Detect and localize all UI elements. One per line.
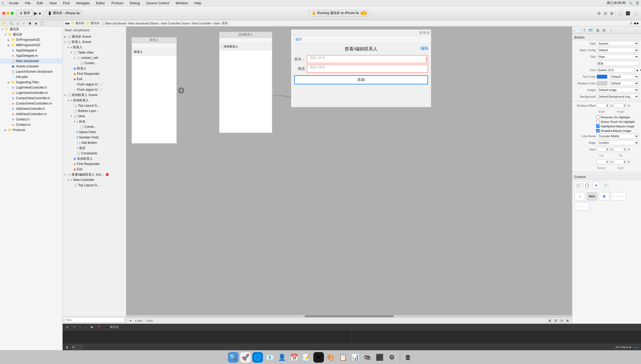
scene-name-field[interactable]: F Name Field [63, 129, 126, 135]
nav-forward-button[interactable]: ▶ [68, 21, 70, 25]
utilities-button[interactable]: ⬜ [632, 10, 639, 16]
breakpoint-nav-button[interactable]: ◆ [34, 21, 38, 26]
menu-view[interactable]: View [48, 1, 58, 6]
bar-dashes-btn[interactable]: - - - - [611, 192, 626, 201]
test-nav-button[interactable]: ✓ [21, 21, 26, 26]
scene-view[interactable]: ▼ ⬜ View [63, 114, 126, 119]
debug-step-into-btn[interactable]: ↓ [79, 325, 82, 329]
dock-contacts[interactable]: 👤 [277, 352, 287, 363]
menu-xcode[interactable]: Xcode [8, 1, 20, 6]
quick-help-tab[interactable]: ? [582, 28, 586, 33]
shadow-w-stepper[interactable]: ⬡ [610, 104, 613, 107]
scene-lianxiren[interactable]: ◉ 联系人 [63, 66, 126, 71]
scene-exit2[interactable]: ◉ Exit [63, 167, 126, 172]
menu-product[interactable]: Product [110, 1, 124, 6]
breadcrumb-6[interactable]: View [213, 22, 220, 25]
inset-top-input[interactable] [614, 147, 627, 152]
vc-back-btn[interactable]: ‹ 返回 [294, 37, 302, 42]
sidebar-item-contactvc-m[interactable]: m ContactViewControllerr.m [0, 101, 62, 106]
scene-contacts-vc[interactable]: ▼ ● 联系人 [63, 45, 126, 50]
scene-push-segue-2[interactable]: → Push segue to '...' [63, 87, 126, 92]
scene-tonxunlu[interactable]: ▶ ⬜ 通讯录 Scene [63, 34, 126, 39]
sidebar-item-appdelegate-h[interactable]: h AppDelegate.h [0, 48, 62, 53]
highlighted-adjusts-checkbox[interactable] [596, 124, 600, 128]
spotlight-icon[interactable]: 🔍 [629, 1, 633, 5]
stop-button[interactable]: ■ [39, 11, 41, 15]
assistant-editor-button[interactable]: ⊠ [609, 10, 614, 16]
line-break-select[interactable]: Truncate Middle [597, 134, 639, 138]
dock-terminal[interactable]: ⬛ [374, 352, 385, 363]
breadcrumb-3[interactable]: Main.storyboard (Base) [128, 22, 159, 25]
scene-exit1[interactable]: ◉ Exit [63, 76, 126, 82]
text-color-select[interactable]: Default [609, 74, 639, 79]
breadcrumb-7[interactable]: 添加 [222, 21, 228, 25]
file-inspector-tab[interactable]: 📄 [574, 28, 581, 33]
scene-first-responder1[interactable]: ◉ First Responder [63, 71, 126, 76]
menu-edit[interactable]: Edit [36, 1, 44, 6]
scene-view-edit[interactable]: ▼ ⬜ 查看/编辑联系人 Sce... [63, 172, 126, 177]
inset-right-stepper[interactable]: ⬡ [628, 161, 630, 163]
hide-navigator-button[interactable]: ⊞ [596, 10, 602, 16]
image-select[interactable]: Default Image [597, 88, 639, 92]
segue-connector-1[interactable]: ➜ [178, 88, 184, 93]
sidebar-item-contactvc-h[interactable]: h ContactViewController.h [0, 96, 62, 101]
inset-right-input[interactable] [614, 159, 627, 164]
phone-input[interactable]: 请输入电话 [307, 65, 428, 73]
scene-xingming[interactable]: ▼ L 姓名: [63, 119, 126, 124]
connections-inspector-tab[interactable]: → [608, 28, 614, 33]
sidebar-item-subgroup[interactable]: ▼ 📁 通讯录 [0, 32, 62, 37]
font-adjust-up[interactable]: ▲ [636, 69, 639, 72]
menu-source-control[interactable]: Source Control [145, 1, 170, 6]
source-nav-button[interactable]: 🔍 [8, 21, 14, 26]
minimize-button[interactable] [6, 12, 10, 15]
ctrl-icon-star[interactable]: ★ [592, 181, 600, 189]
font-adjust-down[interactable]: ▼ [640, 69, 641, 72]
sidebar-item-mbprogress[interactable]: ▶ 📁 MBProgressHUD [0, 42, 62, 48]
scene-add-contact[interactable]: ▼ ⬜ 添加联系人 Scene [63, 92, 126, 98]
bar-star-btn[interactable]: ★ [599, 192, 609, 201]
dock-settings[interactable]: ⚙ [387, 352, 397, 363]
scene-bottom-layout[interactable]: ⬜ Bottom Layo... [63, 108, 126, 114]
scene-tableview[interactable]: ▼ ⬜ Table View [63, 50, 126, 55]
scene-constraints[interactable]: ⬜ Constraints [63, 151, 126, 156]
sidebar-item-svprogress[interactable]: ▶ 📁 SVProgressHUD [0, 37, 62, 42]
menu-file[interactable]: File [24, 1, 32, 6]
scene-content-view[interactable]: ⬜ Conten... [63, 60, 126, 66]
breadcrumb-1[interactable]: 📁 通讯录 [86, 21, 99, 25]
menu-editor[interactable]: Editor [95, 1, 106, 6]
ctrl-icon-2[interactable]: ◯ [583, 181, 591, 189]
ctrl-icon-1[interactable]: ⬜ [574, 181, 582, 189]
add-button[interactable]: 添加 [294, 75, 428, 84]
menu-find[interactable]: Find [62, 1, 71, 6]
issue-nav-button[interactable]: ⚠ [15, 21, 20, 26]
maximize-button[interactable] [11, 12, 14, 15]
font-input[interactable] [597, 68, 635, 72]
scene-add-contact-label[interactable]: ◉ 添加联系人 [63, 156, 126, 161]
sidebar-item-contact-m[interactable]: m Contact.m [0, 122, 62, 127]
shadow-color-select[interactable]: Default [609, 81, 639, 86]
scene-contact-cell[interactable]: ▼ ⬜ contact_cell [63, 55, 126, 60]
canvas-h-scrollbar[interactable] [126, 315, 572, 317]
nav-back-button[interactable]: ◀ [65, 21, 67, 25]
debug-nav-button[interactable]: ⏹ [27, 21, 33, 26]
type-select[interactable]: System [597, 41, 639, 46]
menu-help[interactable]: Help [193, 1, 202, 6]
dock-notes[interactable]: 📝 [301, 352, 312, 363]
menu-navigate[interactable]: Navigate [75, 1, 91, 6]
apple-menu[interactable]:  [2, 1, 3, 5]
shadow-offset-h-input[interactable] [614, 103, 627, 108]
scene-dianhua[interactable]: L 电话 [63, 145, 126, 151]
clear-console-btn[interactable]: 🗑 [65, 345, 70, 349]
inset-left-stepper[interactable]: ⬡ [610, 148, 613, 151]
name-input[interactable]: 请输入姓名 [307, 55, 428, 63]
menu-window[interactable]: Window [175, 1, 189, 6]
scene-top-layout-g1[interactable]: ⬜ Top Layout G... [63, 103, 126, 108]
scene-number-field[interactable]: F Number Field [63, 135, 126, 140]
sidebar-item-loginvc-h[interactable]: h LoginViewController.h [0, 85, 62, 90]
bg-select[interactable]: Default Background Img... [597, 94, 639, 99]
bar-dashes-blue-btn[interactable]: · · · · [574, 202, 589, 211]
shadow-color-swatch[interactable] [597, 81, 607, 85]
dock-calendar[interactable]: 📅 [289, 352, 300, 363]
state-select[interactable]: Default [597, 48, 639, 53]
dock-presentation[interactable]: 📊 [350, 352, 361, 363]
